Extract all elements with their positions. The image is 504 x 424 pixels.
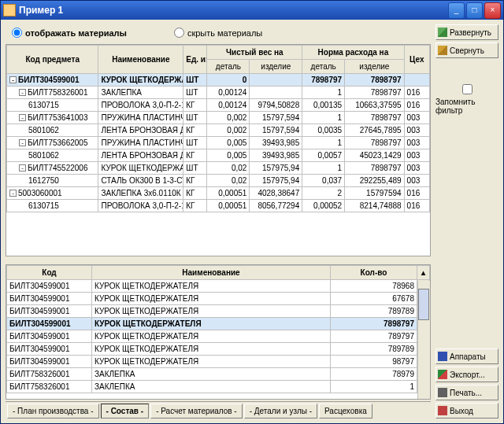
cell-qty: 78979	[331, 368, 417, 381]
cell-nd: 0,02	[207, 175, 250, 187]
print-label: Печать...	[450, 389, 482, 397]
table-row[interactable]: -БИЛТ304599001КУРОК ЩЕТКОДЕРЖАШТ07898797…	[7, 74, 430, 87]
remember-filter-checkbox[interactable]	[462, 84, 472, 94]
cell-qty: 789789	[331, 343, 417, 356]
radio-show-materials[interactable]: отображать материалы	[12, 28, 127, 38]
cell-code: БИЛТ304599001	[7, 330, 92, 343]
cell-code: БИЛТ304599001	[7, 305, 92, 318]
cell-np: 157975,94	[250, 162, 302, 175]
cell-qty: 7898797	[331, 318, 417, 330]
hdr-net: Чистый вес на	[226, 48, 284, 57]
hdr2-code: Код	[42, 268, 56, 277]
cell-unit: КГ	[183, 149, 207, 162]
table-row[interactable]: -БИЛТ753662005ПРУЖИНА ПЛАСТИНЧШТ0,005394…	[7, 137, 430, 149]
tree-toggle-icon[interactable]: -	[19, 139, 26, 146]
cell-rd: 0,00052	[302, 200, 345, 212]
cell-unit: ШТ	[183, 74, 207, 87]
table-row[interactable]: БИЛТ304599001КУРОК ЩЕТКОДЕРЖАТЕЛЯ789789	[7, 305, 430, 318]
cell-rp: 10663,37595	[345, 99, 404, 112]
cell-rp: 7898797	[345, 87, 404, 99]
cell-code: БИЛТ304599001	[7, 318, 92, 330]
cell-nd: 0,005	[207, 149, 250, 162]
cell-np: 8056,77294	[250, 200, 302, 212]
table-row[interactable]: -БИЛТ753641003ПРУЖИНА ПЛАСТИНЧШТ0,002157…	[7, 112, 430, 124]
table-row[interactable]: -БИЛТ745522006КУРОК ЩЕТКОДЕРЖАШТ0,021579…	[7, 162, 430, 175]
cell-name: КУРОК ЩЕТКОДЕРЖА	[98, 162, 183, 175]
cell-np: 39493,985	[250, 149, 302, 162]
main-area: отображать материалы скрыть материалы	[6, 24, 431, 418]
app-window: Пример 1 _ □ × отображать материалы скры…	[0, 0, 504, 424]
cell-code: БИЛТ753662005	[28, 138, 87, 147]
table-row[interactable]: БИЛТ304599001КУРОК ЩЕТКОДЕРЖАТЕЛЯ789797	[7, 330, 430, 343]
expand-label: Развернуть	[450, 28, 491, 37]
table-row[interactable]: 6130715ПРОВОЛОКА 3,0-П-2-1НКГ0,001249794…	[7, 99, 430, 112]
cell-code: БИЛТ304599001	[18, 76, 80, 84]
titlebar[interactable]: Пример 1 _ □ ×	[1, 1, 503, 20]
radio-hide-input[interactable]	[174, 28, 184, 38]
print-button[interactable]: Печать...	[435, 385, 498, 400]
cell-unit: КГ	[183, 187, 207, 200]
cell-rd: 1	[302, 162, 345, 175]
cell-name: ПРОВОЛОКА 3,0-П-2-1Н	[98, 200, 183, 212]
cell-nd: 0,02	[207, 162, 250, 175]
hdr-shop: Цех	[410, 55, 424, 64]
table-row[interactable]: БИЛТ758326001ЗАКЛЕПКА1	[7, 381, 430, 393]
cell-rd: 0,0057	[302, 149, 345, 162]
cell-rp: 7898797	[345, 162, 404, 175]
cell-rd: 0,00135	[302, 99, 345, 112]
radio-hide-label: скрыть материалы	[187, 28, 262, 38]
print-icon	[438, 388, 447, 397]
scrollbar-thumb[interactable]	[418, 289, 429, 320]
radio-show-input[interactable]	[12, 28, 22, 38]
exit-button[interactable]: Выход	[435, 403, 498, 418]
tab-sostav[interactable]: - Состав -	[101, 404, 150, 418]
table-row[interactable]: -БИЛТ758326001ЗАКЛЕПКАШТ0,00124178987970…	[7, 87, 430, 99]
cell-shop	[404, 74, 429, 87]
expand-button[interactable]: Развернуть	[435, 24, 498, 40]
table-row[interactable]: БИЛТ304599001КУРОК ЩЕТКОДЕРЖАТЕЛЯ789789	[7, 343, 430, 356]
tree-toggle-icon[interactable]: -	[19, 164, 26, 171]
radio-hide-materials[interactable]: скрыть материалы	[174, 28, 262, 38]
minimize-button[interactable]: _	[448, 2, 465, 19]
table-row[interactable]: 5801062ЛЕНТА БРОНЗОВАЯ ДКГ0,00539493,985…	[7, 149, 430, 162]
collapse-button[interactable]: Свернуть	[435, 42, 498, 58]
cell-nd: 0,002	[207, 124, 250, 137]
table-row[interactable]: -5003060001ЗАКЛЕПКА 3x6.0110ККГ0,0005140…	[7, 187, 430, 200]
cell-nd: 0,005	[207, 137, 250, 149]
tree-toggle-icon[interactable]: -	[19, 89, 26, 96]
table-row[interactable]: БИЛТ304599001КУРОК ЩЕТКОДЕРЖАТЕЛЯ67678	[7, 293, 430, 305]
radio-show-label: отображать материалы	[25, 28, 127, 38]
collapse-icon	[438, 46, 447, 55]
cell-rd: 7898797	[302, 74, 345, 87]
tab-plan[interactable]: - План производства -	[7, 404, 99, 418]
cell-name: КУРОК ЩЕТКОДЕРЖАТЕЛЯ	[92, 330, 331, 343]
table-row[interactable]: 6130715ПРОВОЛОКА 3,0-П-2-1НКГ0,000518056…	[7, 200, 430, 212]
table-row[interactable]: БИЛТ304599001КУРОК ЩЕТКОДЕРЖАТЕЛЯ78968	[7, 280, 430, 293]
tab-details[interactable]: - Детали и узлы -	[244, 404, 317, 418]
bottom-tabs: - План производства - - Состав - - Расче…	[6, 401, 431, 418]
tab-calc[interactable]: - Расчет материалов -	[150, 404, 243, 418]
table-row[interactable]: 1612750СТАЛЬ ОК300 В 1-3-СТКГ0,02157975,…	[7, 175, 430, 187]
structure-table: Код предмета ▾ Наименование Ед. изм. Чис…	[6, 45, 430, 212]
cell-np: 15797,594	[250, 124, 302, 137]
close-button[interactable]: ×	[484, 2, 501, 19]
table-row[interactable]: 5801062ЛЕНТА БРОНЗОВАЯ ДКГ0,00215797,594…	[7, 124, 430, 137]
tree-toggle-icon[interactable]: -	[19, 114, 26, 121]
tree-toggle-icon[interactable]: -	[9, 76, 17, 83]
tab-routing[interactable]: Расцеховка	[319, 404, 372, 418]
results-scrollbar[interactable]	[417, 281, 430, 399]
maximize-button[interactable]: □	[466, 2, 483, 19]
table-row[interactable]: БИЛТ304599001КУРОК ЩЕТКОДЕРЖАТЕЛЯ7898797	[7, 318, 430, 330]
cell-name: КУРОК ЩЕТКОДЕРЖАТЕЛЯ	[92, 356, 331, 368]
cell-shop: 003	[404, 137, 429, 149]
cell-shop: 003	[404, 175, 429, 187]
export-button[interactable]: Экспорт...	[435, 367, 498, 382]
tree-toggle-icon[interactable]: -	[9, 190, 17, 197]
table-row[interactable]: БИЛТ758326001ЗАКЛЕПКА78979	[7, 368, 430, 381]
table-row[interactable]: БИЛТ304599001КУРОК ЩЕТКОДЕРЖАТЕЛЯ98797	[7, 356, 430, 368]
apparatus-button[interactable]: Аппараты	[435, 348, 498, 364]
scroll-up-icon[interactable]: ▴	[417, 266, 430, 280]
exit-icon	[438, 406, 447, 415]
remember-filter-label: Запомнить фильтр	[435, 98, 498, 115]
hdr-net-detail: деталь	[216, 62, 241, 71]
